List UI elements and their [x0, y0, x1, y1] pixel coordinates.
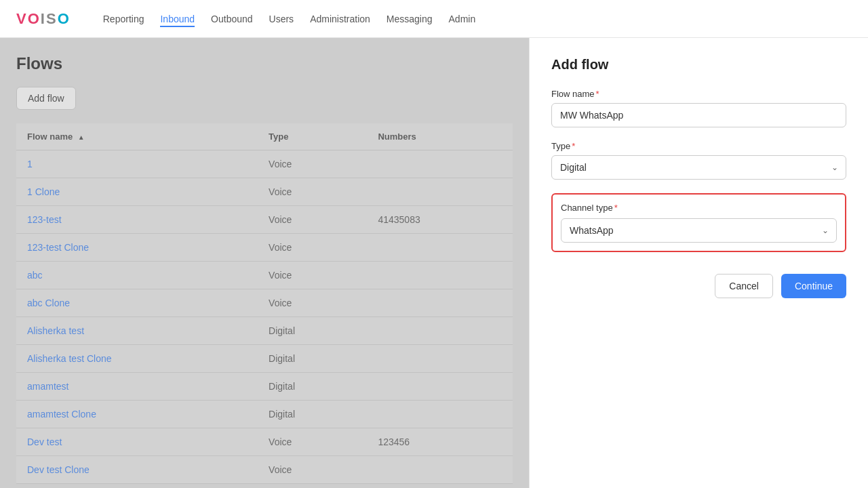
- continue-button[interactable]: Continue: [781, 274, 846, 298]
- flow-type-cell: Voice: [258, 234, 367, 262]
- table-row: amamtest Clone Digital: [16, 401, 513, 428]
- flow-name-cell[interactable]: 123-test: [16, 206, 258, 234]
- flow-type-cell: Digital: [258, 345, 367, 373]
- logo-s: S: [46, 10, 58, 27]
- form-actions: Cancel Continue: [551, 274, 846, 298]
- type-select-wrapper: Digital Voice ⌄: [551, 155, 846, 180]
- flow-type-cell: Voice: [258, 289, 367, 317]
- table-row: amamtest Digital: [16, 373, 513, 401]
- page-title: Flows: [16, 54, 513, 73]
- right-panel: Add flow Flow name* Type* Digital Voice …: [529, 38, 868, 488]
- flow-type-cell: Voice: [258, 206, 367, 234]
- flow-name-input[interactable]: [551, 103, 846, 127]
- logo-i: I: [41, 10, 46, 27]
- flow-type-cell: Voice: [258, 150, 367, 178]
- col-flow-name: Flow name ▲: [16, 123, 258, 150]
- channel-type-label: Channel type*: [561, 203, 837, 213]
- channel-type-select-wrapper: WhatsApp Email Chat SMS ⌄: [561, 218, 837, 243]
- flow-numbers-cell: [367, 373, 513, 401]
- type-group: Type* Digital Voice ⌄: [551, 141, 846, 180]
- flow-type-cell: Voice: [258, 456, 367, 484]
- flow-name-cell[interactable]: abc Clone: [16, 289, 258, 317]
- flow-name-cell[interactable]: Dev test Clone: [16, 456, 258, 484]
- logo-o2: O: [58, 10, 71, 27]
- flow-name-cell[interactable]: Alisherka test Clone: [16, 345, 258, 373]
- nav-outbound[interactable]: Outbound: [211, 11, 253, 27]
- nav-users[interactable]: Users: [269, 11, 294, 27]
- main-wrapper: Flows Add flow Flow name ▲ Type Numbers …: [0, 38, 868, 488]
- nav-administration[interactable]: Administration: [310, 11, 370, 27]
- table-row: Alisherka test Digital: [16, 317, 513, 345]
- flow-name-cell[interactable]: 1 Clone: [16, 178, 258, 206]
- main-nav: Reporting Inbound Outbound Users Adminis…: [103, 11, 475, 27]
- flows-table: Flow name ▲ Type Numbers 1 Voice 1 Clone…: [16, 123, 513, 484]
- nav-admin[interactable]: Admin: [449, 11, 476, 27]
- sort-icon: ▲: [78, 134, 85, 141]
- table-row: Dev test Clone Voice: [16, 456, 513, 484]
- flow-numbers-cell: [367, 401, 513, 428]
- add-flow-panel-title: Add flow: [551, 57, 846, 73]
- flow-numbers-cell: [367, 234, 513, 262]
- flow-name-label: Flow name*: [551, 89, 846, 99]
- left-panel: Flows Add flow Flow name ▲ Type Numbers …: [0, 38, 529, 488]
- add-flow-button[interactable]: Add flow: [16, 87, 76, 110]
- flow-numbers-cell: [367, 317, 513, 345]
- table-row: 123-test Voice 41435083: [16, 206, 513, 234]
- nav-inbound[interactable]: Inbound: [160, 11, 195, 27]
- channel-type-select[interactable]: WhatsApp Email Chat SMS: [561, 218, 837, 243]
- flow-numbers-cell: 123456: [367, 428, 513, 456]
- nav-reporting[interactable]: Reporting: [103, 11, 144, 27]
- flow-name-cell[interactable]: amamtest: [16, 373, 258, 401]
- logo-v: V: [16, 10, 28, 27]
- flow-numbers-cell: [367, 178, 513, 206]
- table-header-row: Flow name ▲ Type Numbers: [16, 123, 513, 150]
- flow-name-group: Flow name*: [551, 89, 846, 127]
- table-row: 123-test Clone Voice: [16, 234, 513, 262]
- flow-name-cell[interactable]: abc: [16, 262, 258, 289]
- table-row: Dev test Voice 123456: [16, 428, 513, 456]
- flow-numbers-cell: [367, 262, 513, 289]
- flow-numbers-cell: [367, 456, 513, 484]
- flow-type-cell: Voice: [258, 178, 367, 206]
- logo-o1: O: [28, 10, 41, 27]
- flow-numbers-cell: [367, 345, 513, 373]
- table-row: abc Clone Voice: [16, 289, 513, 317]
- flow-type-cell: Voice: [258, 262, 367, 289]
- type-label: Type*: [551, 141, 846, 151]
- header: VOISO Reporting Inbound Outbound Users A…: [0, 0, 868, 38]
- flow-type-cell: Voice: [258, 428, 367, 456]
- flow-type-cell: Digital: [258, 401, 367, 428]
- channel-type-group: Channel type* WhatsApp Email Chat SMS ⌄: [551, 193, 846, 252]
- table-row: 1 Clone Voice: [16, 178, 513, 206]
- flow-name-cell[interactable]: 123-test Clone: [16, 234, 258, 262]
- logo: VOISO: [16, 10, 71, 28]
- flow-name-cell[interactable]: amamtest Clone: [16, 401, 258, 428]
- table-row: abc Voice: [16, 262, 513, 289]
- flow-name-cell[interactable]: 1: [16, 150, 258, 178]
- type-select[interactable]: Digital Voice: [551, 155, 846, 180]
- cancel-button[interactable]: Cancel: [715, 274, 773, 298]
- flow-name-cell[interactable]: Alisherka test: [16, 317, 258, 345]
- table-row: Alisherka test Clone Digital: [16, 345, 513, 373]
- col-numbers: Numbers: [367, 123, 513, 150]
- flow-name-cell[interactable]: Dev test: [16, 428, 258, 456]
- nav-messaging[interactable]: Messaging: [387, 11, 433, 27]
- table-row: 1 Voice: [16, 150, 513, 178]
- flow-numbers-cell: 41435083: [367, 206, 513, 234]
- col-type: Type: [258, 123, 367, 150]
- flow-numbers-cell: [367, 289, 513, 317]
- flow-type-cell: Digital: [258, 317, 367, 345]
- flow-numbers-cell: [367, 150, 513, 178]
- flow-type-cell: Digital: [258, 373, 367, 401]
